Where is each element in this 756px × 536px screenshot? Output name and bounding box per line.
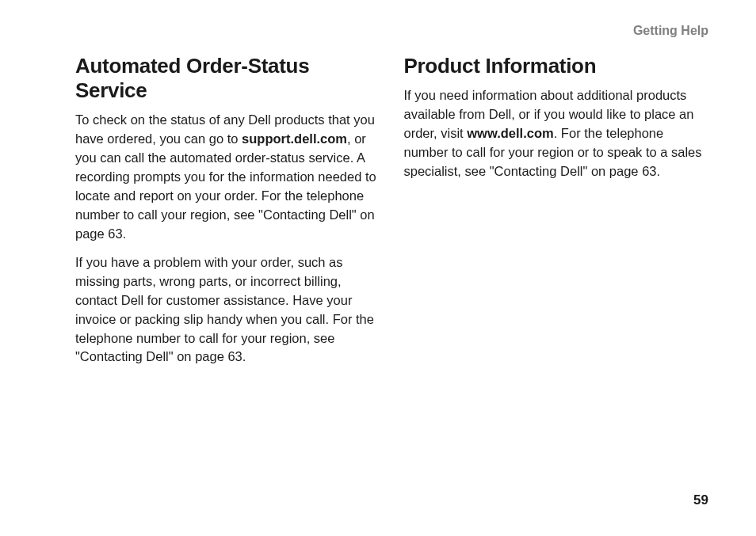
heading-product-info: Product Information <box>404 54 709 78</box>
text-bold-url: support.dell.com <box>242 131 347 146</box>
paragraph-product-info: If you need information about additional… <box>404 86 709 181</box>
paragraph-order-check: To check on the status of any Dell produ… <box>75 111 380 243</box>
left-column: Automated Order-Status Service To check … <box>75 54 380 376</box>
section-header: Getting Help <box>75 24 708 38</box>
page-number: 59 <box>693 492 708 508</box>
heading-order-status: Automated Order-Status Service <box>75 54 380 103</box>
content-columns: Automated Order-Status Service To check … <box>75 54 708 376</box>
text-bold-url: www.dell.com <box>467 126 553 140</box>
text-segment: , or you can call the automated order-st… <box>75 131 376 241</box>
paragraph-order-problem: If you have a problem with your order, s… <box>75 253 380 367</box>
right-column: Product Information If you need informat… <box>404 54 709 376</box>
